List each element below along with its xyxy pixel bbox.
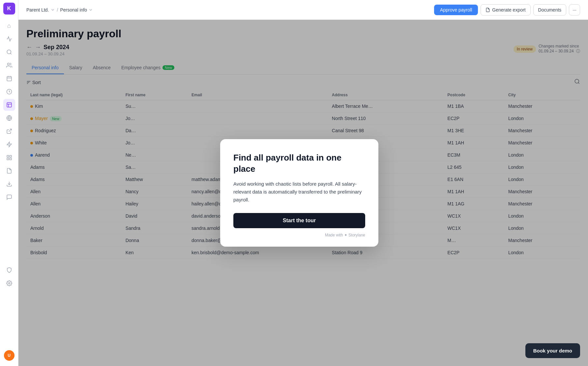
svg-line-1 bbox=[10, 53, 11, 54]
sidebar: K ⌂ U bbox=[0, 0, 18, 366]
calendar-icon[interactable] bbox=[3, 73, 15, 84]
book-demo-button[interactable]: Book your demo bbox=[525, 343, 580, 358]
avatar[interactable]: U bbox=[4, 350, 15, 361]
svg-rect-16 bbox=[10, 155, 11, 157]
globe-icon[interactable] bbox=[3, 112, 15, 124]
support-icon[interactable] bbox=[3, 191, 15, 203]
svg-point-20 bbox=[8, 283, 10, 284]
shield-icon[interactable] bbox=[3, 264, 15, 276]
start-tour-button[interactable]: Start the tour bbox=[233, 213, 365, 228]
settings-icon[interactable] bbox=[3, 277, 15, 289]
modal-footer: Made with ✦ Storylane bbox=[233, 233, 365, 237]
breadcrumb-parent[interactable]: Parent Ltd. bbox=[26, 7, 55, 13]
clock-icon[interactable] bbox=[3, 86, 15, 98]
breadcrumb: Parent Ltd. / Personal info bbox=[26, 7, 93, 13]
generate-export-button[interactable]: Generate export bbox=[481, 4, 530, 15]
modal: Find all payroll data in one place Avoid… bbox=[220, 139, 378, 247]
main-content: Parent Ltd. / Personal info Approve payr… bbox=[18, 0, 588, 366]
activity-icon[interactable] bbox=[3, 33, 15, 45]
modal-title: Find all payroll data in one place bbox=[233, 152, 365, 175]
modal-overlay[interactable]: Find all payroll data in one place Avoid… bbox=[18, 20, 588, 366]
download-icon[interactable] bbox=[3, 178, 15, 190]
svg-point-0 bbox=[7, 50, 11, 54]
svg-rect-18 bbox=[10, 158, 11, 160]
lightning-icon[interactable] bbox=[3, 138, 15, 150]
grid-icon[interactable] bbox=[3, 152, 15, 164]
svg-rect-3 bbox=[7, 76, 12, 81]
page-content: Preliminary payroll ← → Sep 2024 01.09.2… bbox=[18, 20, 588, 366]
home-icon[interactable]: ⌂ bbox=[3, 20, 15, 32]
svg-point-2 bbox=[7, 63, 9, 65]
app-logo[interactable]: K bbox=[3, 3, 15, 15]
svg-rect-15 bbox=[7, 155, 9, 157]
svg-line-13 bbox=[9, 129, 11, 132]
more-button[interactable]: ··· bbox=[569, 4, 580, 15]
search-icon[interactable] bbox=[3, 46, 15, 58]
svg-rect-17 bbox=[7, 158, 9, 160]
modal-body: Avoid working with chaotic lists before … bbox=[233, 180, 365, 204]
svg-marker-14 bbox=[7, 142, 12, 147]
topbar-actions: Approve payroll Generate export Document… bbox=[434, 4, 580, 15]
svg-rect-8 bbox=[7, 103, 12, 107]
breadcrumb-sep: / bbox=[57, 7, 58, 13]
payroll-icon[interactable] bbox=[3, 99, 15, 111]
export-icon[interactable] bbox=[3, 125, 15, 137]
topbar: Parent Ltd. / Personal info Approve payr… bbox=[18, 0, 588, 20]
approve-payroll-button[interactable]: Approve payroll bbox=[434, 5, 478, 15]
document-icon[interactable] bbox=[3, 165, 15, 177]
breadcrumb-current[interactable]: Personal info bbox=[60, 7, 93, 13]
documents-button[interactable]: Documents bbox=[533, 4, 567, 15]
users-icon[interactable] bbox=[3, 59, 15, 71]
